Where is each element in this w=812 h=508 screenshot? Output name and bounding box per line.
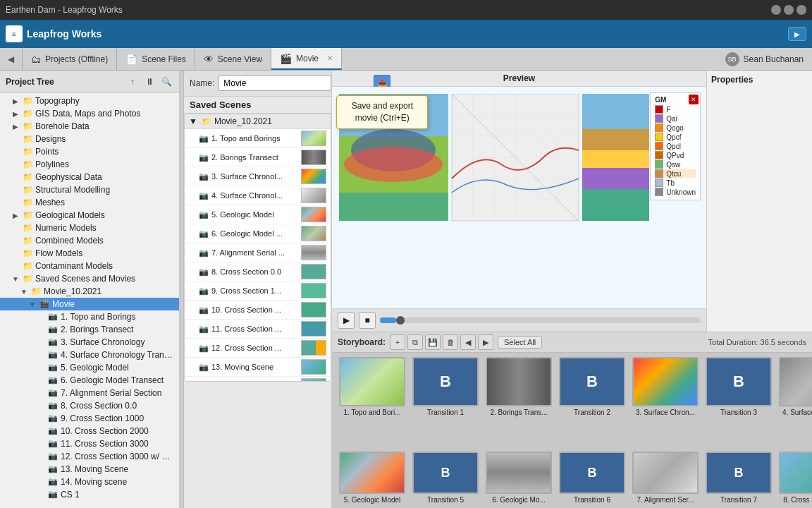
sidebar-item-movie[interactable]: ▼ 🎬 Movie bbox=[0, 298, 179, 310]
storyboard-item-6[interactable]: 6. Geologic Mo... bbox=[484, 452, 553, 504]
movie-name-input[interactable] bbox=[219, 75, 331, 91]
storyboard-transition-2[interactable]: B Transition 2 bbox=[558, 357, 627, 447]
storyboard-transition-5[interactable]: B Transition 5 bbox=[411, 452, 480, 504]
duration-label: Total Duration: 36.5 seconds bbox=[708, 338, 806, 346]
progress-bar[interactable] bbox=[380, 318, 701, 323]
sidebar-scene-12[interactable]: 📷 12. Cross Section 3000 w/ Model bbox=[0, 450, 179, 463]
storyboard-move-left-button[interactable]: ◀ bbox=[460, 334, 476, 350]
scene-row-5[interactable]: 📷 5. Geologic Model bbox=[185, 205, 331, 224]
storyboard-copy-button[interactable]: ⧉ bbox=[407, 334, 423, 350]
storyboard-scroll[interactable]: 1. Topo and Bori... B Transition 1 2. Bo… bbox=[332, 353, 812, 452]
storyboard-item-8[interactable]: 8. Cross Section... bbox=[777, 452, 812, 504]
sidebar-up-button[interactable]: ↑ bbox=[125, 75, 140, 89]
storyboard-item-7[interactable]: 7. Alignment Ser... bbox=[631, 452, 700, 504]
scene-row-4[interactable]: 📷 4. Surface Chronol... bbox=[185, 186, 331, 205]
app-name: Leapfrog Works bbox=[27, 28, 102, 40]
sidebar-item-polylines[interactable]: 📁 Polylines bbox=[0, 158, 179, 171]
sidebar-scene-2[interactable]: 📷 2. Borings Transect bbox=[0, 323, 179, 336]
sidebar-item-label: 13. Moving Scene bbox=[61, 464, 176, 474]
sidebar-search-button[interactable]: 🔍 bbox=[159, 75, 173, 89]
storyboard-row2[interactable]: 5. Geologic Model B Transition 5 6. Geol… bbox=[332, 452, 812, 508]
sidebar-item-saved-scenes[interactable]: ▼ 📁 Saved Scenes and Movies bbox=[0, 272, 179, 285]
storyboard-item-1[interactable]: 1. Topo and Bori... bbox=[338, 357, 407, 447]
sidebar-item-label: 1. Topo and Borings bbox=[61, 312, 176, 322]
scene-row-8[interactable]: 📷 8. Cross Section 0.0 bbox=[185, 262, 331, 282]
scene-row-3[interactable]: 📷 3. Surface Chronol... bbox=[185, 167, 331, 186]
tab-scene-files[interactable]: 📄 Scene Files bbox=[117, 48, 195, 70]
storyboard-item-4[interactable]: 4. Surface Chron... bbox=[777, 357, 812, 447]
storyboard-move-right-button[interactable]: ▶ bbox=[478, 334, 493, 350]
sidebar-scene-10[interactable]: 📷 10. Cross Section 2000 bbox=[0, 425, 179, 437]
sidebar-scene-14[interactable]: 📷 14. Moving scene bbox=[0, 476, 179, 488]
storyboard-transition-1[interactable]: B Transition 1 bbox=[411, 357, 480, 447]
sidebar-item-combined[interactable]: 📁 Combined Models bbox=[0, 234, 179, 247]
sidebar-scene-13[interactable]: 📷 13. Moving Scene bbox=[0, 463, 179, 476]
sidebar-item-flow[interactable]: 📁 Flow Models bbox=[0, 247, 179, 260]
storyboard-transition-7[interactable]: B Transition 7 bbox=[704, 452, 773, 504]
minimize-button[interactable] bbox=[771, 5, 781, 15]
sidebar-scene-3[interactable]: 📷 3. Surface Chronology bbox=[0, 336, 179, 349]
scene-row-13[interactable]: 📷 13. Moving Scene bbox=[185, 358, 331, 377]
progress-handle[interactable] bbox=[396, 316, 405, 325]
storyboard-transition-6[interactable]: B Transition 6 bbox=[558, 452, 627, 504]
sidebar-scene-9[interactable]: 📷 9. Cross Section 1000 bbox=[0, 412, 179, 425]
storyboard-delete-button[interactable]: 🗑 bbox=[443, 334, 458, 350]
maximize-button[interactable] bbox=[784, 5, 794, 15]
sidebar-item-label: Geological Models bbox=[35, 210, 176, 220]
storyboard-item-2[interactable]: 2. Borings Trans... bbox=[484, 357, 553, 447]
legend-label-qsw: Qsw bbox=[666, 161, 680, 169]
scene-row-1[interactable]: 📷 1. Topo and Borings bbox=[185, 129, 331, 148]
storyboard-transition-3[interactable]: B Transition 3 bbox=[704, 357, 773, 447]
storyboard-item-5[interactable]: 5. Geologic Model bbox=[338, 452, 407, 504]
sidebar-scene-11[interactable]: 📷 11. Cross Section 3000 bbox=[0, 437, 179, 450]
sidebar-scene-5[interactable]: 📷 5. Geologic Model bbox=[0, 361, 179, 374]
scene-row-11[interactable]: 📷 11. Cross Section ... bbox=[185, 320, 331, 339]
sidebar-item-label: Movie_10.2021 bbox=[44, 286, 176, 296]
sidebar-item-geophysical[interactable]: 📁 Geophysical Data bbox=[0, 171, 179, 183]
scene-row-14[interactable]: 📷 14. Moving scene bbox=[185, 377, 331, 382]
close-button[interactable] bbox=[796, 5, 806, 15]
sidebar-pause-button[interactable]: ⏸ bbox=[142, 75, 156, 89]
select-all-button[interactable]: Select All bbox=[498, 336, 542, 349]
user-name: Sean Buchanan bbox=[744, 54, 804, 64]
storyboard-item-3[interactable]: 3. Surface Chron... bbox=[631, 357, 700, 447]
scene-row-9[interactable]: 📷 9. Cross Section 1... bbox=[185, 282, 331, 301]
sidebar-item-designs[interactable]: 📁 Designs bbox=[0, 133, 179, 145]
tab-scene-view[interactable]: 👁 Scene View bbox=[195, 48, 271, 70]
sidebar-scene-6[interactable]: 📷 6. Geologic Model Transect bbox=[0, 374, 179, 387]
sidebar-item-structural[interactable]: 📁 Structural Modelling bbox=[0, 183, 179, 196]
play-button[interactable]: ▶ bbox=[338, 312, 355, 329]
sidebar-item-geological[interactable]: ▶ 📁 Geological Models bbox=[0, 209, 179, 222]
scene-row-10[interactable]: 📷 10. Cross Section ... bbox=[185, 301, 331, 320]
sidebar-scene-1[interactable]: 📷 1. Topo and Borings bbox=[0, 310, 179, 323]
tab-movie-close[interactable]: ✕ bbox=[327, 54, 333, 62]
folder-icon: 📁 bbox=[23, 121, 32, 131]
scene-group-movie10[interactable]: ▼ 📁 Movie_10.2021 bbox=[185, 114, 331, 129]
storyboard-add-button[interactable]: + bbox=[390, 334, 405, 350]
sidebar-scene-7[interactable]: 📷 7. Alignment Serial Section bbox=[0, 387, 179, 399]
tab-projects[interactable]: 🗂 Projects (Offline) bbox=[23, 48, 117, 70]
scene-row-12[interactable]: 📷 12. Cross Section ... bbox=[185, 339, 331, 358]
scene-row-7[interactable]: 📷 7. Alignment Serial ... bbox=[185, 243, 331, 262]
legend-close-button[interactable]: ✕ bbox=[689, 95, 699, 104]
stop-button[interactable]: ■ bbox=[359, 312, 376, 329]
play-button[interactable]: ▶ bbox=[788, 27, 806, 41]
scene-row-2[interactable]: 📷 2. Borings Transect bbox=[185, 148, 331, 167]
expand-icon: ▶ bbox=[11, 110, 20, 118]
scene-row-6[interactable]: 📷 6. Geologic Model ... bbox=[185, 224, 331, 243]
sidebar-item-points[interactable]: 📁 Points bbox=[0, 145, 179, 158]
sidebar-item-gis[interactable]: ▶ 📁 GIS Data, Maps and Photos bbox=[0, 107, 179, 120]
sidebar-item-numeric[interactable]: 📁 Numeric Models bbox=[0, 222, 179, 234]
tabs-left-button[interactable]: ◀ bbox=[0, 48, 23, 70]
sidebar-item-movie10[interactable]: ▼ 📁 Movie_10.2021 bbox=[0, 285, 179, 298]
sidebar-item-topography[interactable]: ▶ 📁 Topography bbox=[0, 95, 179, 107]
tab-movie[interactable]: 🎬 Movie ✕ bbox=[271, 48, 342, 70]
sidebar-scene-4[interactable]: 📷 4. Surface Chronology Transect bbox=[0, 349, 179, 361]
sidebar-scene-8[interactable]: 📷 8. Cross Section 0.0 bbox=[0, 399, 179, 412]
sidebar-item-contaminant[interactable]: 📁 Contaminant Models bbox=[0, 260, 179, 272]
storyboard-save-button[interactable]: 💾 bbox=[425, 334, 441, 350]
sidebar-item-borehole[interactable]: ▶ 📁 Borehole Data bbox=[0, 120, 179, 133]
sidebar-item-meshes[interactable]: 📁 Meshes bbox=[0, 196, 179, 209]
tab-scene-files-label: Scene Files bbox=[142, 54, 186, 64]
sidebar-scene-cs1[interactable]: 📷 CS 1 bbox=[0, 488, 179, 501]
